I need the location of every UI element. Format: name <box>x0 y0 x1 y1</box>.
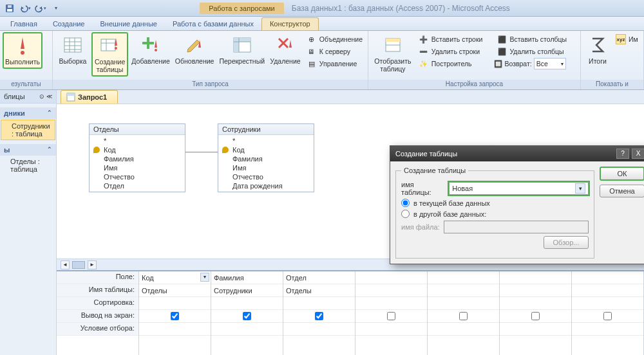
grid-column[interactable] <box>572 271 644 355</box>
scroll-right-icon[interactable]: ► <box>88 260 97 269</box>
tab-design[interactable]: Конструктор <box>261 17 319 30</box>
table-employees[interactable]: Сотрудники * Код Фамилия Имя Отчество Да… <box>218 123 314 192</box>
cell-table[interactable]: Отделы <box>283 284 355 297</box>
passthrough-button[interactable]: 🖥К серверу <box>304 46 365 57</box>
table-name-combo[interactable]: Новая ▾ <box>449 182 589 195</box>
cell-field[interactable]: Отдел <box>283 271 355 284</box>
show-checkbox[interactable] <box>459 312 468 320</box>
cell-table[interactable]: Отделы <box>139 284 211 297</box>
show-checkbox[interactable] <box>171 312 179 320</box>
select-query-button[interactable]: Выборка <box>55 32 90 68</box>
cell-sort[interactable] <box>572 297 643 310</box>
cell-criteria[interactable] <box>572 323 643 336</box>
cell-show[interactable] <box>500 310 571 323</box>
close-button[interactable]: X <box>632 149 644 159</box>
cell-field[interactable] <box>355 271 427 284</box>
chevron-down-icon[interactable]: ⊙ ≪ <box>39 93 52 100</box>
cell-table[interactable] <box>572 284 643 297</box>
cell-field[interactable] <box>572 271 643 284</box>
cell-show[interactable] <box>355 310 427 323</box>
undo-icon[interactable]: ▾ <box>18 2 32 15</box>
nav-header[interactable]: блицы⊙ ≪ <box>0 90 56 104</box>
field-item[interactable]: Имя <box>92 163 182 172</box>
tab-database-tools[interactable]: Работа с базами данных <box>165 18 261 30</box>
cell-field[interactable] <box>428 271 499 284</box>
cell-table[interactable] <box>500 284 571 297</box>
field-item[interactable]: Дата рождения <box>221 181 311 190</box>
grid-column[interactable]: ФамилияСотрудники <box>211 271 283 355</box>
delete-rows-button[interactable]: ➖Удалить строки <box>416 46 493 57</box>
cell-table[interactable]: Сотрудники <box>211 284 283 297</box>
grid-column[interactable] <box>355 271 428 355</box>
cell-criteria[interactable] <box>139 323 211 336</box>
cell-show[interactable] <box>211 310 283 323</box>
field-item[interactable]: Отдел <box>92 181 182 190</box>
return-combo[interactable]: 🔲Возврат:Все▾ <box>494 58 578 69</box>
nav-category-2[interactable]: ы⌃ <box>0 144 56 156</box>
show-checkbox[interactable] <box>531 312 540 320</box>
cell-sort[interactable] <box>500 297 571 310</box>
show-table-button[interactable]: Отобразить таблицу <box>371 32 415 75</box>
update-button[interactable]: Обновление <box>173 32 216 68</box>
nav-category-1[interactable]: дники⌃ <box>0 107 56 119</box>
datadef-button[interactable]: ▤Управление <box>304 58 365 69</box>
cell-sort[interactable] <box>139 297 211 310</box>
radio-current-db[interactable] <box>401 199 410 207</box>
cell-sort[interactable] <box>355 297 427 310</box>
cell-show[interactable] <box>283 310 355 323</box>
grid-column[interactable] <box>428 271 500 355</box>
field-item[interactable]: Имя <box>221 163 311 172</box>
field-item[interactable]: Отчество <box>92 172 182 181</box>
field-item[interactable]: Код <box>92 145 182 154</box>
cell-field[interactable]: Код▾ <box>139 271 211 284</box>
field-item[interactable]: Отчество <box>221 172 311 181</box>
cell-sort[interactable] <box>211 297 283 310</box>
dialog-titlebar[interactable]: Создание таблицы ? X <box>390 146 644 161</box>
cell-criteria[interactable] <box>355 323 427 336</box>
radio-other-db[interactable] <box>401 210 410 218</box>
cell-field[interactable] <box>500 271 571 284</box>
field-item[interactable]: Фамилия <box>92 154 182 163</box>
save-icon[interactable] <box>3 2 17 15</box>
cell-criteria[interactable] <box>211 323 283 336</box>
insert-cols-button[interactable]: ⬛Вставить столбцы <box>494 33 578 45</box>
show-checkbox[interactable] <box>603 312 612 320</box>
cancel-button[interactable]: Отмена <box>600 185 644 197</box>
nav-item-departments[interactable]: Отделы : таблица <box>0 156 56 175</box>
show-checkbox[interactable] <box>315 312 323 320</box>
grid-column[interactable]: ОтделОтделы <box>283 271 355 355</box>
redo-icon[interactable]: ▾ <box>33 2 48 15</box>
cell-show[interactable] <box>572 310 643 323</box>
delete-cols-button[interactable]: ⬛Удалить столбцы <box>494 46 578 57</box>
qat-customize-icon[interactable]: ▾ <box>49 2 63 15</box>
relationship-line[interactable] <box>185 152 218 152</box>
crosstab-button[interactable]: Перекрестный <box>217 32 267 68</box>
tab-create[interactable]: Создание <box>45 18 93 30</box>
tab-home[interactable]: Главная <box>3 18 45 30</box>
cell-table[interactable] <box>355 284 427 297</box>
field-item[interactable]: Фамилия <box>221 154 311 163</box>
make-table-button[interactable]: Создание таблицы <box>91 32 129 77</box>
table-departments[interactable]: Отделы * Код Фамилия Имя Отчество Отдел <box>89 123 185 192</box>
dropdown-icon[interactable]: ▾ <box>575 183 585 194</box>
params-button[interactable]: xyzИм <box>613 33 641 45</box>
cell-show[interactable] <box>139 310 211 323</box>
cell-field[interactable]: Фамилия <box>211 271 283 284</box>
grid-column[interactable]: Код▾Отделы <box>139 271 211 355</box>
show-checkbox[interactable] <box>243 312 251 320</box>
scroll-thumb[interactable] <box>72 261 85 269</box>
tab-external-data[interactable]: Внешние данные <box>93 18 165 30</box>
append-button[interactable]: Добавление <box>129 32 172 68</box>
cell-criteria[interactable] <box>428 323 499 336</box>
field-star[interactable]: * <box>92 136 182 145</box>
cell-show[interactable] <box>428 310 499 323</box>
delete-query-button[interactable]: Удаление <box>268 32 303 68</box>
totals-button[interactable]: Итоги <box>583 32 612 68</box>
run-button[interactable]: Выполнить <box>3 32 43 69</box>
cell-sort[interactable] <box>283 297 355 310</box>
navigation-pane[interactable]: блицы⊙ ≪ дники⌃ Сотрудники : таблица ы⌃ … <box>0 90 57 355</box>
doc-tab-query1[interactable]: Запрос1 <box>61 90 118 104</box>
union-button[interactable]: ⊕Объединение <box>304 33 365 45</box>
nav-item-employees[interactable]: Сотрудники : таблица <box>1 120 55 140</box>
cell-table[interactable] <box>428 284 499 297</box>
